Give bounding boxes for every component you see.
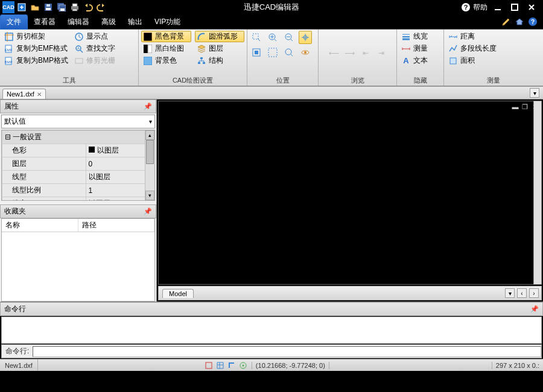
svg-rect-26 xyxy=(144,45,148,53)
cad-logo-icon[interactable]: CAD xyxy=(2,1,14,13)
status-coords: (10.21668; -9.77248; 0) xyxy=(252,362,329,369)
zoom-in-icon[interactable] xyxy=(266,31,279,44)
tab-advanced[interactable]: 高级 xyxy=(95,15,122,29)
print-icon[interactable] xyxy=(69,1,81,13)
arc-icon xyxy=(197,32,206,42)
doc-min-icon[interactable]: ▬ xyxy=(511,103,519,111)
pin-icon[interactable]: 📌 xyxy=(144,207,152,215)
nav-last-icon[interactable]: ⇥ xyxy=(375,46,388,60)
svg-text:A: A xyxy=(77,46,80,50)
properties-grid[interactable]: ⊟ 一般设置 色彩以图层 图层0 线型以图层 线型比例1 线宽以图层 ▴ ▾ xyxy=(1,130,155,201)
layout-dropdown-icon[interactable]: ▾ xyxy=(505,288,515,298)
pan-icon[interactable] xyxy=(299,31,312,44)
command-area: 命令行 📌 命令行: xyxy=(0,302,543,358)
close-tab-icon[interactable]: ✕ xyxy=(37,91,42,98)
nav-left-icon[interactable]: ⟵ xyxy=(328,46,341,60)
help2-icon[interactable]: ? xyxy=(527,16,538,27)
btn-find-text[interactable]: A查找文字 xyxy=(72,43,136,54)
new-icon[interactable] xyxy=(16,1,28,13)
command-history[interactable] xyxy=(1,317,542,344)
maximize-button[interactable] xyxy=(508,1,521,13)
zoom-window-icon[interactable] xyxy=(250,31,263,44)
btn-crop-frame[interactable]: 剪切框架 xyxy=(2,31,70,42)
save-icon[interactable] xyxy=(42,1,54,13)
layout-next-icon[interactable]: › xyxy=(529,288,539,298)
model-tab[interactable]: Model xyxy=(162,289,194,298)
help-button[interactable]: ? 帮助 xyxy=(461,2,487,13)
command-input[interactable] xyxy=(33,346,541,357)
layout-prev-icon[interactable]: ‹ xyxy=(517,288,527,298)
tabs-dropdown-icon[interactable]: ▾ xyxy=(530,88,539,98)
btn-trim-raster[interactable]: 修剪光栅 xyxy=(72,55,136,66)
properties-combo[interactable]: 默认值 ▾ xyxy=(1,115,155,128)
svg-rect-3 xyxy=(46,4,50,7)
favorites-list[interactable]: 名称 路径 xyxy=(1,218,155,302)
drawing-canvas[interactable]: ▬ ❐ ✕ xyxy=(158,101,542,285)
tab-viewer[interactable]: 查看器 xyxy=(28,15,62,29)
ortho-icon[interactable] xyxy=(227,361,237,370)
pen-icon[interactable] xyxy=(501,16,512,27)
tab-file[interactable]: 文件 xyxy=(0,14,28,30)
btn-bw-draw[interactable]: 黑白绘图 xyxy=(141,43,191,54)
pin-icon[interactable]: 📌 xyxy=(530,305,539,313)
btn-show-point[interactable]: 显示点 xyxy=(72,31,136,42)
favorites-header: 收藏夹 📌 xyxy=(0,204,156,218)
osnap-icon[interactable] xyxy=(238,361,248,370)
orbit-icon[interactable] xyxy=(299,46,312,59)
extents-icon[interactable] xyxy=(266,46,279,59)
svg-rect-16 xyxy=(5,33,13,40)
undo-icon[interactable] xyxy=(82,1,94,13)
col-path[interactable]: 路径 xyxy=(78,219,155,232)
svg-point-45 xyxy=(242,364,244,366)
model-tab-row: Model ▾ ‹ › xyxy=(158,286,542,300)
minimize-button[interactable] xyxy=(491,1,504,13)
tab-editor[interactable]: 编辑器 xyxy=(62,15,95,29)
btn-text[interactable]: A文本 xyxy=(399,55,441,66)
emf-icon: EMF xyxy=(4,44,14,54)
btn-bg-color[interactable]: 背景色 xyxy=(141,55,191,66)
prop-scrollbar[interactable]: ▴ ▾ xyxy=(145,130,154,200)
zoom-out-icon[interactable] xyxy=(282,31,296,44)
tab-output[interactable]: 输出 xyxy=(122,15,148,29)
viewport: ▬ ❐ ✕ Model ▾ ‹ › xyxy=(157,100,543,302)
btn-polyline-length[interactable]: 多段线长度 xyxy=(446,43,541,54)
document-tabs: New1.dxf ✕ ▾ xyxy=(0,86,543,100)
scroll-thumb[interactable] xyxy=(146,140,154,164)
grid-icon[interactable] xyxy=(215,361,225,370)
nav-right-icon[interactable]: ⟶ xyxy=(343,46,357,60)
zoom-realtime-icon[interactable] xyxy=(282,46,296,59)
ribbon-group-position: 位置 xyxy=(247,30,319,86)
open-icon[interactable] xyxy=(29,1,41,13)
pin-icon[interactable]: 📌 xyxy=(144,103,152,110)
col-name[interactable]: 名称 xyxy=(2,219,78,232)
close-button[interactable] xyxy=(525,1,538,13)
btn-area[interactable]: 面积 xyxy=(446,55,541,66)
btn-linewidth[interactable]: 线宽 xyxy=(399,31,441,42)
svg-rect-8 xyxy=(72,4,77,7)
btn-measure-h[interactable]: 测量 xyxy=(399,43,441,54)
document-tab[interactable]: New1.dxf ✕ xyxy=(2,89,46,99)
ribbon-group-measure: 距离 多段线长度 面积 测量 xyxy=(444,30,543,86)
prop-row: 图层0 xyxy=(2,157,154,171)
btn-structure[interactable]: 结构 xyxy=(195,55,245,66)
canvas-scrollbar[interactable] xyxy=(533,101,542,285)
tab-vip[interactable]: VIP功能 xyxy=(148,15,186,29)
btn-copy-bmp[interactable]: BMP复制为BMP格式 xyxy=(2,55,70,66)
polylen-icon xyxy=(448,44,458,54)
quick-access-toolbar: CAD xyxy=(0,1,107,13)
btn-distance[interactable]: 距离 xyxy=(446,31,541,42)
nav-first-icon[interactable]: ⇤ xyxy=(359,46,372,60)
btn-smooth-arc[interactable]: 圆滑弧形 xyxy=(195,31,245,42)
scroll-down-icon[interactable]: ▾ xyxy=(145,191,154,200)
redo-icon[interactable] xyxy=(95,1,107,13)
save-all-icon[interactable] xyxy=(56,1,68,13)
fit-icon[interactable] xyxy=(250,46,263,59)
btn-copy-emf[interactable]: EMF复制为EMF格式 xyxy=(2,43,70,54)
scroll-up-icon[interactable]: ▴ xyxy=(145,130,154,140)
doc-restore-icon[interactable]: ❐ xyxy=(521,103,529,111)
btn-layers[interactable]: 图层 xyxy=(195,43,245,54)
command-input-row: 命令行: xyxy=(1,344,542,358)
btn-black-bg[interactable]: 黑色背景 xyxy=(141,31,191,42)
home-icon[interactable] xyxy=(514,16,525,27)
snap-icon[interactable] xyxy=(204,361,214,370)
